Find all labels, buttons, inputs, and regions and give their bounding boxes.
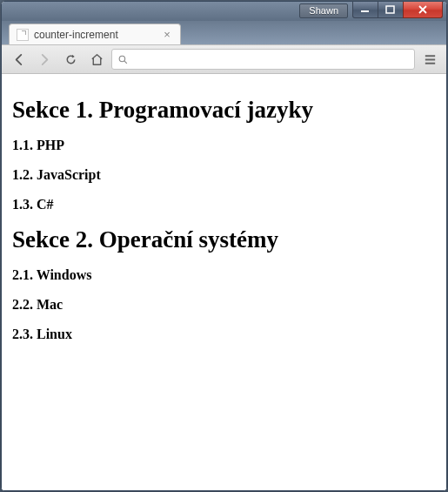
minimize-icon: [360, 5, 371, 14]
hamburger-icon: [423, 52, 438, 67]
reload-button[interactable]: [59, 48, 82, 71]
close-icon: [418, 5, 428, 14]
svg-rect-0: [361, 10, 369, 12]
section-heading: Sekce 2. Operační systémy: [12, 226, 436, 253]
window-controls: [353, 2, 443, 21]
maximize-icon: [385, 5, 396, 14]
subsection-heading: 1.2. JavaScript: [12, 167, 436, 183]
minimize-button[interactable]: [352, 2, 378, 18]
back-button[interactable]: [7, 48, 30, 71]
reload-icon: [64, 52, 78, 67]
arrow-right-icon: [37, 52, 52, 67]
menu-button[interactable]: [418, 48, 441, 71]
file-icon: [17, 29, 29, 41]
svg-rect-1: [386, 6, 394, 13]
tab-close-button[interactable]: ×: [161, 29, 173, 41]
section-heading: Sekce 1. Programovací jazyky: [12, 97, 436, 124]
forward-button[interactable]: [33, 48, 56, 71]
maximize-button[interactable]: [378, 2, 404, 18]
subsection-heading: 1.1. PHP: [12, 138, 436, 153]
close-button[interactable]: [403, 2, 443, 18]
subsection-heading: 2.1. Windows: [12, 267, 436, 283]
address-bar[interactable]: [111, 49, 415, 70]
close-icon: ×: [164, 29, 171, 40]
tab-strip: counter-increment ×: [2, 21, 446, 45]
browser-window: Shawn counter-increment ×: [1, 1, 447, 491]
home-button[interactable]: [85, 48, 108, 71]
subsection-heading: 1.3. C#: [12, 197, 436, 212]
tab-title: counter-increment: [34, 29, 156, 41]
home-icon: [90, 52, 104, 67]
toolbar: [2, 45, 446, 74]
user-badge[interactable]: Shawn: [299, 3, 348, 18]
browser-tab[interactable]: counter-increment ×: [9, 24, 181, 44]
svg-point-2: [119, 56, 125, 61]
address-input[interactable]: [134, 53, 409, 66]
page-content: Sekce 1. Programovací jazyky1.1. PHP1.2.…: [2, 74, 446, 490]
search-icon: [117, 54, 129, 65]
window-titlebar: Shawn: [2, 2, 446, 21]
arrow-left-icon: [11, 52, 26, 67]
subsection-heading: 2.2. Mac: [12, 297, 436, 313]
subsection-heading: 2.3. Linux: [12, 327, 436, 342]
